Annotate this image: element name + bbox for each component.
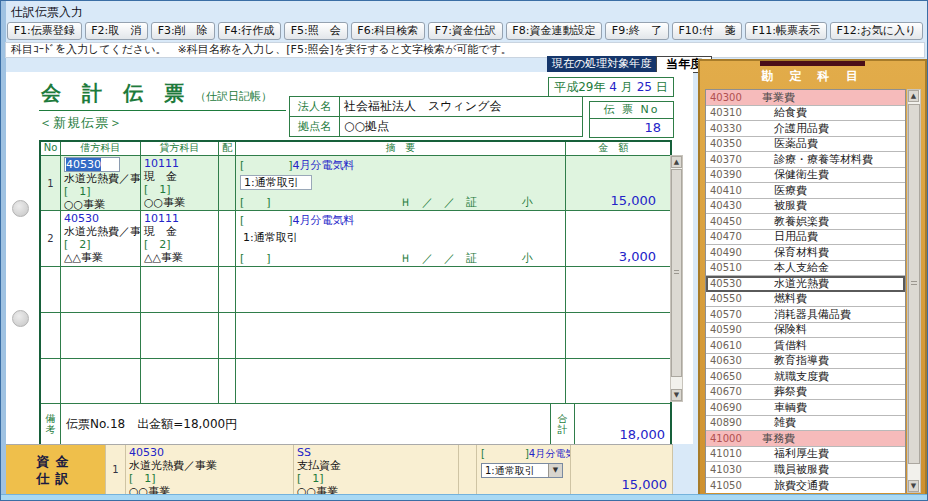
summary-bracket2: [ ] — [240, 252, 271, 265]
scrollbar-thumb[interactable] — [908, 104, 920, 464]
header-credit: 貸方科目 — [141, 142, 219, 155]
account-code: 40390 — [706, 169, 752, 180]
fund-credit-cell[interactable]: SS 支払資金 [ 1] ○○事業 — [294, 445, 459, 494]
dropdown-value: 1:通常取引 — [482, 464, 548, 477]
voucher-heading: 会 計 伝 票 （仕訳日記帳） — [39, 80, 286, 111]
journal-empty-row[interactable] — [41, 267, 670, 313]
accounts-scrollbar[interactable]: ▲ ▼ — [907, 89, 921, 493]
account-row[interactable]: 40570 消耗器具備品費 — [706, 307, 905, 323]
fund-row-number: 1 — [106, 445, 126, 494]
summary-bracket: [ ] — [240, 159, 293, 172]
summary-cell[interactable]: [ ]4月分電気料 1:通常取引 [ ] Ｈ ／ ／ 証 小 — [236, 156, 566, 210]
function-key-button[interactable]: F10:付 箋 — [672, 22, 743, 40]
amount-cell[interactable]: 3,000 — [566, 211, 661, 266]
account-row[interactable]: 40610 賃借料 — [706, 338, 905, 354]
summary-cell[interactable]: [ ]4月分電気料 1:通常取引 [ ] Ｈ ／ ／ 証 小 — [236, 211, 566, 266]
account-code: 41010 — [706, 448, 752, 459]
fund-debit-cell[interactable]: 40530 水道光熱費／事業 [ 1] ○○事業 — [126, 445, 294, 494]
account-row[interactable]: 40890 雑費 — [706, 416, 905, 432]
transaction-type[interactable]: 1:通常取引 — [240, 231, 561, 244]
fund-summary-bracket: [ ] — [481, 448, 529, 459]
summary-stamp: Ｈ ／ ／ 証 — [400, 195, 477, 210]
fund-credit-name: 支払資金 — [297, 459, 455, 472]
scroll-up-icon[interactable]: ▲ — [671, 156, 682, 168]
account-row[interactable]: 40450 教養娯楽費 — [706, 214, 905, 230]
remark-text[interactable]: 伝票No.18 出金額=18,000円 — [61, 404, 551, 444]
debit-name: 水道光熱費／事業 — [64, 172, 137, 185]
credit-sub: [ 1] — [144, 183, 215, 196]
account-name: 車輌費 — [774, 400, 807, 415]
account-row[interactable]: 40550 燃料費 — [706, 292, 905, 308]
function-key-button[interactable]: F4:行作成 — [218, 22, 282, 40]
header-no: No — [41, 142, 61, 155]
function-key-button[interactable]: F6:科目検索 — [351, 22, 426, 40]
dropdown-arrow-icon[interactable]: ▼ — [548, 464, 562, 477]
account-row[interactable]: 40510 本人支給金 — [706, 261, 905, 277]
function-key-button[interactable]: F3:削 除 — [151, 22, 215, 40]
function-key-button[interactable]: F7:資金仕訳 — [428, 22, 503, 40]
credit-account-cell[interactable]: 10111 現 金 [ 1] ○○事業 — [141, 156, 219, 210]
journal-empty-row[interactable] — [41, 359, 670, 404]
account-row[interactable]: 40300 事業費 — [706, 90, 905, 106]
journal-scrollbar[interactable]: ▲ ▼ — [670, 155, 683, 402]
account-row[interactable]: 40670 葬祭費 — [706, 385, 905, 401]
summary-small: 小 — [522, 195, 533, 210]
credit-dept: ○○事業 — [144, 196, 215, 209]
debit-dept: △△事業 — [64, 251, 137, 264]
office-name: ○○拠点 — [340, 117, 582, 136]
account-row[interactable]: 40650 就職支度費 — [706, 369, 905, 385]
debit-account-cell[interactable]: 40530 水道光熱費／事業 [ 1] ○○事業 — [61, 156, 141, 210]
voucher-date[interactable]: 平成29年 4 月 25 日 — [548, 77, 674, 97]
debit-account-cell[interactable]: 40530 水道光熱費／事業 [ 2] △△事業 — [61, 211, 141, 266]
function-key-button[interactable]: F1:伝票登録 — [7, 22, 82, 40]
account-row[interactable]: 40630 教育指導費 — [706, 354, 905, 370]
account-name: 消耗器具備品費 — [774, 307, 851, 322]
account-row[interactable]: 41000 事務費 — [706, 431, 905, 447]
account-row[interactable]: 40530 水道光熱費 — [706, 276, 905, 292]
account-row[interactable]: 40310 給食費 — [706, 106, 905, 122]
account-row[interactable]: 40430 被服費 — [706, 199, 905, 215]
account-row[interactable]: 40330 介護用品費 — [706, 121, 905, 137]
account-name: 事務費 — [762, 431, 795, 446]
journal-empty-row[interactable] — [41, 313, 670, 359]
account-row[interactable]: 40490 保育材料費 — [706, 245, 905, 261]
app-window: 仕訳伝票入力 F1:伝票登録F2:取 消F3:削 除F4:行作成F5:照 会F6… — [0, 0, 928, 501]
summary-bracket: [ ] — [240, 214, 293, 227]
allocate-cell — [219, 211, 236, 266]
account-name: 医薬品費 — [774, 136, 818, 151]
account-name: 介護用品費 — [774, 121, 829, 136]
credit-account-cell[interactable]: 10111 現 金 [ 2] △△事業 — [141, 211, 219, 266]
function-key-button[interactable]: F11:帳票表示 — [745, 22, 827, 40]
account-code: 40310 — [706, 107, 752, 118]
account-name: 保険料 — [774, 322, 807, 337]
account-row[interactable]: 40410 医療費 — [706, 183, 905, 199]
debit-code-input[interactable]: 40530 — [64, 157, 120, 172]
function-key-button[interactable]: F5:照 会 — [284, 22, 348, 40]
account-name: 被服費 — [774, 198, 807, 213]
fund-summary-cell[interactable]: [ ]4月分電気料 1:通常取引 ▼ — [477, 445, 571, 494]
scroll-up-icon[interactable]: ▲ — [908, 90, 919, 102]
account-row[interactable]: 40350 医薬品費 — [706, 137, 905, 153]
account-row[interactable]: 40470 日用品費 — [706, 230, 905, 246]
amount-cell[interactable]: 15,000 — [566, 156, 661, 210]
debit-code-selected: 40530 — [66, 158, 101, 171]
account-row[interactable]: 41010 福利厚生費 — [706, 447, 905, 463]
scrollbar-thumb[interactable] — [671, 169, 682, 377]
fiscal-year-badges: 現在の処理対象年度 当年度 — [547, 56, 712, 73]
transaction-type-dropdown[interactable]: 1:通常取引 ▼ — [481, 463, 563, 478]
scroll-down-icon[interactable]: ▼ — [908, 480, 919, 492]
account-row[interactable]: 41030 職員被服費 — [706, 462, 905, 478]
account-row[interactable]: 40590 保険料 — [706, 323, 905, 339]
account-row[interactable]: 40390 保健衛生費 — [706, 168, 905, 184]
total-label: 合計 — [556, 413, 569, 435]
function-key-button[interactable]: F12:お気に入り — [830, 22, 923, 40]
function-key-button[interactable]: F2:取 消 — [85, 22, 149, 40]
function-key-button[interactable]: F8:資金連動設定 — [506, 22, 603, 40]
account-code: 40430 — [706, 200, 752, 211]
function-key-button[interactable]: F9:終 了 — [605, 22, 669, 40]
account-row[interactable]: 40690 車輌費 — [706, 400, 905, 416]
account-row[interactable]: 41050 旅費交通費 — [706, 478, 905, 494]
scroll-down-icon[interactable]: ▼ — [671, 389, 682, 401]
account-row[interactable]: 40370 診療・療養等材料費 — [706, 152, 905, 168]
transaction-type-input[interactable]: 1:通常取引 — [240, 175, 312, 190]
